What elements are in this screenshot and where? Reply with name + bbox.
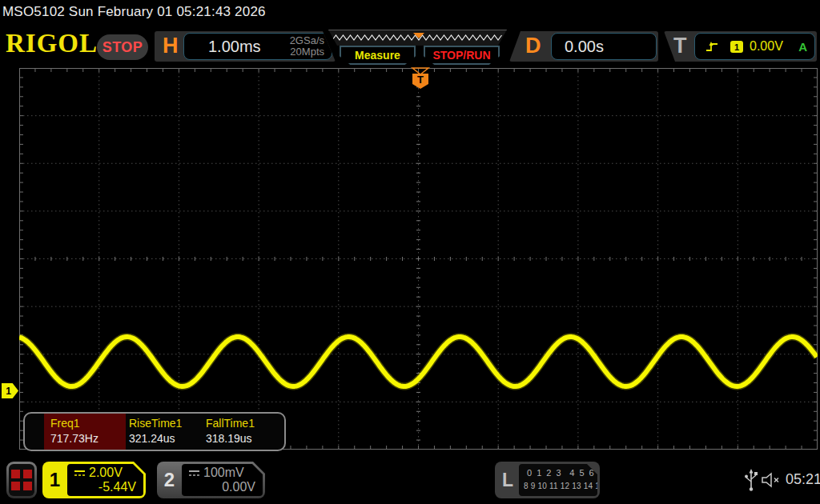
logic-row-8-15: 8 9 10 11 12 13 14 15	[524, 482, 605, 490]
measurement-label: FallTime1	[206, 417, 255, 430]
trigger-mode: A	[798, 40, 807, 54]
trigger-level-value: 0.00V	[750, 39, 783, 54]
waveform-display	[19, 68, 818, 450]
channel1-badge[interactable]: 1 2.00V -5.44V	[42, 462, 146, 498]
channel2-info: 100mV 0.00V	[182, 464, 263, 496]
stop-run-button[interactable]: STOP/RUN	[424, 46, 500, 65]
channel2-badge[interactable]: 2 100mV 0.00V	[157, 462, 265, 498]
timebase-value: 1.00ms	[208, 38, 261, 56]
channel1-level-marker[interactable]: 1	[2, 383, 18, 398]
sample-rate: 2GSa/s	[290, 35, 324, 46]
usb-icon	[744, 468, 758, 492]
trigger-source-badge: 1	[730, 41, 743, 53]
channel2-offset: 0.00V	[222, 480, 255, 494]
logic-channels-badge[interactable]: L 0 1 2 3 4 5 6 7 8 9 10 11 12 13 14 15	[495, 462, 600, 498]
measurement-label: RiseTime1	[129, 417, 182, 430]
delay-box: 0.00s	[551, 33, 657, 60]
measurement-value: 318.19us	[206, 432, 252, 445]
delay-settings-button[interactable]: D 0.00s	[509, 31, 658, 62]
channel2-scale: 100mV	[203, 466, 244, 480]
measurement-panel[interactable]: Freq1 717.73Hz RiseTime1 321.24us FallTi…	[23, 412, 286, 451]
trigger-label: T	[673, 34, 687, 58]
memory-waveform-icon	[329, 30, 508, 46]
horizontal-settings-button[interactable]: H 1.00ms 2GSa/s 20Mpts	[155, 31, 336, 62]
channel1-offset: -5.44V	[98, 480, 136, 494]
channel1-info: 2.00V -5.44V	[67, 464, 143, 496]
delay-label: D	[525, 34, 541, 58]
trigger-settings-button[interactable]: T 1 0.00V A	[664, 31, 817, 62]
rising-edge-icon	[705, 39, 719, 54]
measurement-value: 717.73Hz	[50, 432, 98, 445]
window-title: MSO5102 Sun February 01 05:21:43 2026	[2, 4, 266, 20]
timebase-box: 1.00ms 2GSa/s 20Mpts	[183, 33, 332, 60]
rigol-logo: RIGOL	[6, 30, 98, 57]
oscilloscope-screen: MSO5102 Sun February 01 05:21:43 2026 RI…	[0, 0, 820, 504]
dc-coupling-icon	[74, 469, 86, 478]
logic-row-0-7: 0 1 2 3 4 5 6 7	[527, 468, 605, 478]
system-clock: 05:21	[786, 471, 820, 488]
measurement-value: 321.24us	[129, 432, 175, 445]
logic-channel-list: 0 1 2 3 4 5 6 7 8 9 10 11 12 13 14 15	[519, 464, 597, 496]
channel2-number: 2	[157, 462, 182, 498]
delay-value: 0.00s	[565, 38, 604, 56]
channel1-number: 1	[42, 462, 67, 498]
trigger-box: 1 0.00V A	[694, 33, 815, 60]
waveform-memory-bar[interactable]	[328, 30, 508, 47]
acquisition-info: 2GSa/s 20Mpts	[290, 35, 324, 58]
measurement-label: Freq1	[50, 417, 80, 430]
run-state-badge: STOP	[97, 34, 148, 60]
dc-coupling-icon	[188, 469, 200, 478]
menu-button[interactable]	[6, 462, 37, 498]
grid-menu-icon	[9, 464, 34, 496]
speaker-muted-icon	[761, 472, 782, 488]
horizontal-label: H	[163, 34, 179, 58]
channel1-scale: 2.00V	[89, 466, 123, 480]
memory-depth: 20Mpts	[290, 46, 324, 58]
measure-button[interactable]: Measure	[340, 46, 416, 65]
logic-label: L	[502, 462, 513, 498]
